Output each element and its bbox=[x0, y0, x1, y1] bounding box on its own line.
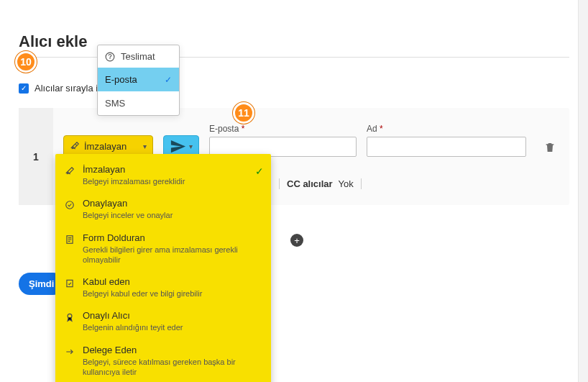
annotation-badge-10: 10 bbox=[15, 51, 37, 73]
role-select-label: İmzalayan bbox=[84, 141, 127, 152]
delivery-option-sms[interactable]: SMS bbox=[98, 91, 179, 115]
annotation-badge-11: 11 bbox=[233, 102, 254, 124]
scrollbar[interactable] bbox=[578, 0, 588, 382]
role-option-certified[interactable]: Onaylı Alıcı Belgenin alındığını teyit e… bbox=[55, 304, 271, 338]
role-option-acceptor[interactable]: Kabul eden Belgeyi kabul eder ve bilgi g… bbox=[55, 270, 271, 304]
add-recipient-button[interactable]: + bbox=[290, 234, 303, 247]
chevron-down-icon: ▾ bbox=[143, 142, 147, 150]
role-option-delegator[interactable]: Delege Eden Belgeyi, sürece katılması ge… bbox=[55, 339, 271, 382]
role-dropdown: İmzalayan Belgeyi imzalaması gereklidir … bbox=[55, 154, 271, 382]
delivery-option-email[interactable]: E-posta ✓ bbox=[98, 68, 179, 91]
recipient-index: 1 bbox=[19, 108, 53, 205]
help-icon bbox=[105, 52, 115, 62]
svg-point-4 bbox=[68, 314, 72, 319]
cc-recipients[interactable]: CC alıcılar Yok bbox=[279, 178, 362, 189]
cc-value: Yok bbox=[339, 178, 354, 189]
delivery-popover: Teslimat E-posta ✓ SMS bbox=[97, 45, 180, 116]
acceptor-icon bbox=[64, 278, 75, 289]
form-icon bbox=[64, 234, 75, 245]
delete-recipient-button[interactable] bbox=[543, 141, 556, 154]
send-icon bbox=[170, 138, 186, 155]
name-label: Ad * bbox=[367, 124, 526, 134]
cc-label: CC alıcılar bbox=[287, 178, 333, 189]
check-icon: ✓ bbox=[255, 165, 264, 177]
trash-icon bbox=[544, 142, 556, 153]
signer-icon bbox=[64, 165, 75, 177]
signer-icon bbox=[70, 141, 80, 151]
name-field[interactable] bbox=[367, 137, 526, 157]
sequential-signing-checkbox[interactable]: ✓ bbox=[19, 83, 29, 94]
delegator-icon bbox=[64, 346, 75, 358]
role-option-approver[interactable]: Onaylayan Belgeyi inceler ve onaylar bbox=[55, 192, 271, 226]
svg-rect-3 bbox=[67, 281, 73, 287]
approver-icon bbox=[64, 199, 75, 211]
delivery-header: Teslimat bbox=[98, 45, 179, 68]
role-option-form-filler[interactable]: Form Dolduran Gerekli bilgileri girer am… bbox=[55, 227, 271, 271]
check-icon: ✓ bbox=[165, 75, 172, 85]
svg-point-1 bbox=[66, 201, 74, 209]
sequential-signing-label: Alıcılar sırayla im bbox=[35, 83, 106, 94]
chevron-down-icon: ▾ bbox=[189, 142, 193, 150]
email-label: E-posta * bbox=[209, 124, 357, 134]
certified-icon bbox=[64, 311, 75, 323]
role-option-signer[interactable]: İmzalayan Belgeyi imzalaması gereklidir … bbox=[55, 158, 271, 192]
